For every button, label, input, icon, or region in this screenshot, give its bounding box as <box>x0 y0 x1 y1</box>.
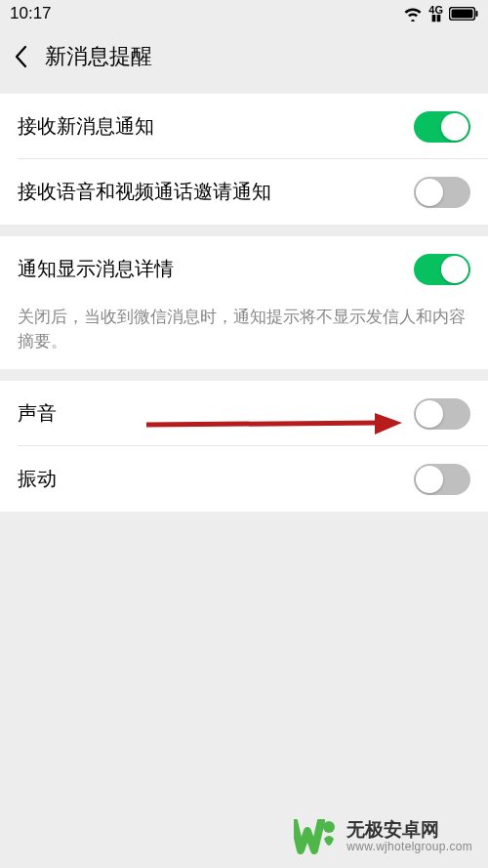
toggle-receive-new-messages[interactable] <box>414 111 470 143</box>
row-show-details[interactable]: 通知显示消息详情 <box>0 236 488 302</box>
network-icon: 4G ▮▮ <box>428 6 443 21</box>
status-bar: 10:17 4G ▮▮ <box>0 0 488 27</box>
row-label: 接收语音和视频通话邀请通知 <box>18 179 271 205</box>
settings-group-2: 通知显示消息详情 关闭后，当收到微信消息时，通知提示将不显示发信人和内容摘要。 <box>0 236 488 369</box>
row-receive-call-invites[interactable]: 接收语音和视频通话邀请通知 <box>0 159 488 225</box>
toggle-vibrate[interactable] <box>414 464 470 495</box>
settings-group-1: 接收新消息通知 接收语音和视频通话邀请通知 <box>0 94 488 225</box>
toggle-receive-call-invites[interactable] <box>414 177 470 208</box>
watermark-logo-icon <box>294 819 339 854</box>
row-label: 声音 <box>18 400 57 427</box>
svg-rect-2 <box>476 11 478 17</box>
watermark-text: 无极安卓网 www.wjhotelgroup.com <box>346 819 472 854</box>
status-time: 10:17 <box>10 4 52 23</box>
row-description: 关闭后，当收到微信消息时，通知提示将不显示发信人和内容摘要。 <box>0 302 488 369</box>
wifi-icon <box>403 6 423 21</box>
row-label: 通知显示消息详情 <box>18 256 174 282</box>
svg-rect-1 <box>452 10 473 19</box>
row-label: 振动 <box>18 466 57 492</box>
settings-group-3: 声音 振动 <box>0 381 488 512</box>
row-receive-new-messages[interactable]: 接收新消息通知 <box>0 94 488 159</box>
watermark-url: www.wjhotelgroup.com <box>346 841 472 854</box>
watermark: 无极安卓网 www.wjhotelgroup.com <box>294 819 472 854</box>
page-title: 新消息提醒 <box>45 42 152 71</box>
watermark-title: 无极安卓网 <box>346 819 472 841</box>
status-icons: 4G ▮▮ <box>403 6 478 21</box>
toggle-show-details[interactable] <box>414 254 470 285</box>
back-icon[interactable] <box>14 45 27 68</box>
svg-point-5 <box>323 821 335 833</box>
toggle-sound[interactable] <box>414 398 470 430</box>
row-sound[interactable]: 声音 <box>0 381 488 446</box>
battery-icon <box>449 7 478 21</box>
row-label: 接收新消息通知 <box>18 113 154 140</box>
header: 新消息提醒 <box>0 27 488 86</box>
row-vibrate[interactable]: 振动 <box>0 446 488 512</box>
